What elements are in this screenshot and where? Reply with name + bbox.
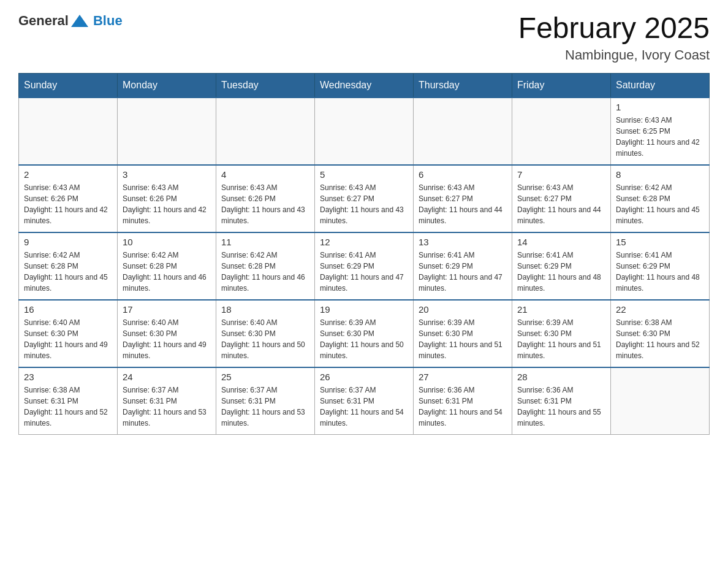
day-number: 26: [320, 372, 408, 382]
day-info: Sunrise: 6:42 AM Sunset: 6:28 PM Dayligh…: [616, 182, 704, 226]
calendar-week-row: 2Sunrise: 6:43 AM Sunset: 6:26 PM Daylig…: [19, 165, 710, 232]
calendar-day-cell: 5Sunrise: 6:43 AM Sunset: 6:27 PM Daylig…: [315, 165, 414, 232]
day-number: 12: [320, 237, 408, 247]
day-number: 21: [517, 304, 605, 315]
day-number: 20: [419, 304, 507, 315]
calendar-day-cell: [611, 367, 710, 435]
day-info: Sunrise: 6:36 AM Sunset: 6:31 PM Dayligh…: [419, 385, 507, 429]
day-info: Sunrise: 6:43 AM Sunset: 6:27 PM Dayligh…: [517, 182, 605, 226]
day-info: Sunrise: 6:37 AM Sunset: 6:31 PM Dayligh…: [320, 385, 408, 429]
day-number: 25: [221, 372, 309, 382]
day-info: Sunrise: 6:42 AM Sunset: 6:28 PM Dayligh…: [24, 250, 112, 294]
day-number: 19: [320, 304, 408, 315]
day-info: Sunrise: 6:38 AM Sunset: 6:30 PM Dayligh…: [616, 317, 704, 361]
day-info: Sunrise: 6:43 AM Sunset: 6:26 PM Dayligh…: [24, 182, 112, 226]
day-info: Sunrise: 6:41 AM Sunset: 6:29 PM Dayligh…: [320, 250, 408, 294]
day-number: 15: [616, 237, 704, 247]
calendar-day-cell: 25Sunrise: 6:37 AM Sunset: 6:31 PM Dayli…: [216, 367, 315, 435]
calendar-day-cell: 28Sunrise: 6:36 AM Sunset: 6:31 PM Dayli…: [512, 367, 611, 435]
calendar-day-cell: 14Sunrise: 6:41 AM Sunset: 6:29 PM Dayli…: [512, 232, 611, 300]
calendar-day-cell: [512, 98, 611, 165]
day-info: Sunrise: 6:41 AM Sunset: 6:29 PM Dayligh…: [616, 250, 704, 294]
day-number: 22: [616, 304, 704, 315]
day-number: 2: [24, 169, 112, 180]
calendar-day-cell: [216, 98, 315, 165]
calendar-day-cell: [118, 98, 216, 165]
calendar-day-cell: 7Sunrise: 6:43 AM Sunset: 6:27 PM Daylig…: [512, 165, 611, 232]
day-info: Sunrise: 6:41 AM Sunset: 6:29 PM Dayligh…: [419, 250, 507, 294]
calendar-day-cell: 13Sunrise: 6:41 AM Sunset: 6:29 PM Dayli…: [414, 232, 512, 300]
day-info: Sunrise: 6:41 AM Sunset: 6:29 PM Dayligh…: [517, 250, 605, 294]
calendar-day-cell: [19, 98, 118, 165]
day-info: Sunrise: 6:37 AM Sunset: 6:31 PM Dayligh…: [123, 385, 211, 429]
day-of-week-header: Saturday: [611, 73, 710, 98]
day-info: Sunrise: 6:38 AM Sunset: 6:31 PM Dayligh…: [24, 385, 112, 429]
day-info: Sunrise: 6:43 AM Sunset: 6:26 PM Dayligh…: [221, 182, 309, 226]
day-info: Sunrise: 6:39 AM Sunset: 6:30 PM Dayligh…: [320, 317, 408, 361]
calendar-day-cell: 24Sunrise: 6:37 AM Sunset: 6:31 PM Dayli…: [118, 367, 216, 435]
day-number: 16: [24, 304, 112, 315]
calendar-week-row: 1Sunrise: 6:43 AM Sunset: 6:25 PM Daylig…: [19, 98, 710, 165]
day-number: 17: [123, 304, 211, 315]
calendar-day-cell: 22Sunrise: 6:38 AM Sunset: 6:30 PM Dayli…: [611, 300, 710, 367]
calendar-day-cell: 3Sunrise: 6:43 AM Sunset: 6:26 PM Daylig…: [118, 165, 216, 232]
calendar-day-cell: 18Sunrise: 6:40 AM Sunset: 6:30 PM Dayli…: [216, 300, 315, 367]
location-text: Nambingue, Ivory Coast: [518, 47, 710, 63]
svg-marker-0: [71, 15, 88, 27]
calendar-day-cell: 1Sunrise: 6:43 AM Sunset: 6:25 PM Daylig…: [611, 98, 710, 165]
day-of-week-header: Tuesday: [216, 73, 315, 98]
calendar-week-row: 16Sunrise: 6:40 AM Sunset: 6:30 PM Dayli…: [19, 300, 710, 367]
calendar-day-cell: 8Sunrise: 6:42 AM Sunset: 6:28 PM Daylig…: [611, 165, 710, 232]
month-title: February 2025: [518, 12, 710, 45]
calendar-day-cell: 6Sunrise: 6:43 AM Sunset: 6:27 PM Daylig…: [414, 165, 512, 232]
calendar-day-cell: 11Sunrise: 6:42 AM Sunset: 6:28 PM Dayli…: [216, 232, 315, 300]
day-info: Sunrise: 6:39 AM Sunset: 6:30 PM Dayligh…: [517, 317, 605, 361]
calendar-day-cell: 9Sunrise: 6:42 AM Sunset: 6:28 PM Daylig…: [19, 232, 118, 300]
page-header: General Blue February 2025 Nambingue, Iv…: [18, 12, 710, 63]
day-number: 11: [221, 237, 309, 247]
calendar-day-cell: 26Sunrise: 6:37 AM Sunset: 6:31 PM Dayli…: [315, 367, 414, 435]
day-number: 14: [517, 237, 605, 247]
calendar-day-cell: 20Sunrise: 6:39 AM Sunset: 6:30 PM Dayli…: [414, 300, 512, 367]
calendar-day-cell: 4Sunrise: 6:43 AM Sunset: 6:26 PM Daylig…: [216, 165, 315, 232]
day-number: 18: [221, 304, 309, 315]
day-number: 28: [517, 372, 605, 382]
day-info: Sunrise: 6:43 AM Sunset: 6:27 PM Dayligh…: [419, 182, 507, 226]
day-info: Sunrise: 6:42 AM Sunset: 6:28 PM Dayligh…: [123, 250, 211, 294]
day-info: Sunrise: 6:37 AM Sunset: 6:31 PM Dayligh…: [221, 385, 309, 429]
logo-icon: [71, 12, 88, 29]
calendar-day-cell: 27Sunrise: 6:36 AM Sunset: 6:31 PM Dayli…: [414, 367, 512, 435]
day-of-week-header: Monday: [118, 73, 216, 98]
day-info: Sunrise: 6:40 AM Sunset: 6:30 PM Dayligh…: [24, 317, 112, 361]
day-info: Sunrise: 6:43 AM Sunset: 6:27 PM Dayligh…: [320, 182, 408, 226]
calendar-table: SundayMondayTuesdayWednesdayThursdayFrid…: [18, 73, 710, 435]
calendar-day-cell: 19Sunrise: 6:39 AM Sunset: 6:30 PM Dayli…: [315, 300, 414, 367]
day-number: 5: [320, 169, 408, 180]
calendar-day-cell: 21Sunrise: 6:39 AM Sunset: 6:30 PM Dayli…: [512, 300, 611, 367]
calendar-day-cell: 16Sunrise: 6:40 AM Sunset: 6:30 PM Dayli…: [19, 300, 118, 367]
calendar-header-row: SundayMondayTuesdayWednesdayThursdayFrid…: [19, 73, 710, 98]
calendar-day-cell: 2Sunrise: 6:43 AM Sunset: 6:26 PM Daylig…: [19, 165, 118, 232]
calendar-day-cell: 12Sunrise: 6:41 AM Sunset: 6:29 PM Dayli…: [315, 232, 414, 300]
calendar-day-cell: 17Sunrise: 6:40 AM Sunset: 6:30 PM Dayli…: [118, 300, 216, 367]
day-number: 9: [24, 237, 112, 247]
day-number: 10: [123, 237, 211, 247]
day-number: 3: [123, 169, 211, 180]
day-info: Sunrise: 6:42 AM Sunset: 6:28 PM Dayligh…: [221, 250, 309, 294]
day-of-week-header: Thursday: [414, 73, 512, 98]
day-number: 8: [616, 169, 704, 180]
day-number: 23: [24, 372, 112, 382]
day-of-week-header: Friday: [512, 73, 611, 98]
day-info: Sunrise: 6:39 AM Sunset: 6:30 PM Dayligh…: [419, 317, 507, 361]
calendar-day-cell: 15Sunrise: 6:41 AM Sunset: 6:29 PM Dayli…: [611, 232, 710, 300]
logo-general-text: General: [18, 13, 69, 29]
title-section: February 2025 Nambingue, Ivory Coast: [518, 12, 710, 63]
day-number: 24: [123, 372, 211, 382]
logo: General Blue: [18, 12, 123, 29]
day-of-week-header: Sunday: [19, 73, 118, 98]
logo-blue-text: Blue: [93, 13, 123, 29]
calendar-day-cell: [414, 98, 512, 165]
day-of-week-header: Wednesday: [315, 73, 414, 98]
day-number: 13: [419, 237, 507, 247]
day-info: Sunrise: 6:43 AM Sunset: 6:25 PM Dayligh…: [616, 115, 704, 159]
